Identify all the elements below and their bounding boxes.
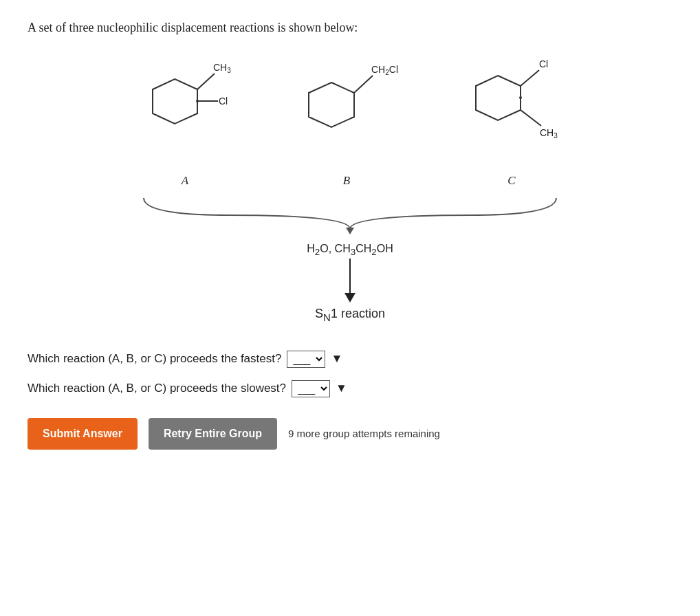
arrow-line xyxy=(349,258,351,293)
svg-point-14 xyxy=(519,96,522,99)
fastest-dropdown-icon: ▼ xyxy=(331,352,342,366)
question-slowest-row: Which reaction (A, B, or C) proceeds the… xyxy=(28,380,672,397)
arrow-section: H2O, CH3CH2OH SN1 reaction xyxy=(307,243,393,323)
question-fastest-text: Which reaction (A, B, or C) proceeds the… xyxy=(28,352,281,366)
svg-point-5 xyxy=(196,100,199,102)
arrow-head xyxy=(344,293,356,302)
svg-marker-15 xyxy=(346,228,354,234)
svg-marker-6 xyxy=(309,82,354,127)
molecule-c-svg: Cl CH3 xyxy=(455,52,569,168)
reaction-conditions: H2O, CH3CH2OH xyxy=(307,243,393,257)
molecule-b-label: B xyxy=(343,174,350,188)
slowest-dropdown-icon: ▼ xyxy=(336,382,347,395)
questions-area: Which reaction (A, B, or C) proceeds the… xyxy=(28,351,672,397)
molecule-a-label: A xyxy=(182,174,188,188)
buttons-area: Submit Answer Retry Entire Group 9 more … xyxy=(28,418,672,450)
molecule-a: CH3 Cl A xyxy=(132,58,239,188)
svg-line-1 xyxy=(197,74,215,89)
svg-line-10 xyxy=(521,70,539,86)
svg-marker-9 xyxy=(476,76,521,120)
svg-text:CH3: CH3 xyxy=(540,127,558,140)
svg-text:Cl: Cl xyxy=(219,96,228,107)
molecules-row: CH3 Cl A CH2Cl B xyxy=(132,52,569,188)
brace-container xyxy=(109,195,591,236)
retry-button[interactable]: Retry Entire Group xyxy=(149,418,277,450)
svg-text:CH2Cl: CH2Cl xyxy=(371,64,398,76)
question-fastest-row: Which reaction (A, B, or C) proceeds the… xyxy=(28,351,672,368)
svg-line-7 xyxy=(354,76,373,93)
svg-text:CH3: CH3 xyxy=(213,62,231,74)
submit-button[interactable]: Submit Answer xyxy=(28,418,138,450)
intro-text: A set of three nucleophilic displacement… xyxy=(28,21,672,35)
question-slowest-text: Which reaction (A, B, or C) proceeds the… xyxy=(28,382,286,395)
brace-svg xyxy=(109,195,591,236)
svg-marker-0 xyxy=(153,79,197,124)
fastest-select[interactable]: ___ A B C xyxy=(287,351,325,368)
attempts-text: 9 more group attempts remaining xyxy=(288,428,440,439)
svg-text:Cl: Cl xyxy=(539,58,548,69)
svg-line-12 xyxy=(521,110,541,126)
sn1-label: SN1 reaction xyxy=(315,307,385,323)
slowest-select[interactable]: ___ A B C xyxy=(292,380,330,397)
down-arrow: H2O, CH3CH2OH xyxy=(307,243,393,302)
molecule-a-svg: CH3 Cl xyxy=(132,58,239,168)
molecule-b: CH2Cl B xyxy=(294,58,400,188)
molecule-c-label: C xyxy=(507,174,515,188)
molecules-area: CH3 Cl A CH2Cl B xyxy=(28,52,672,337)
molecule-b-svg: CH2Cl xyxy=(294,58,400,168)
molecule-c: Cl CH3 C xyxy=(455,52,569,188)
